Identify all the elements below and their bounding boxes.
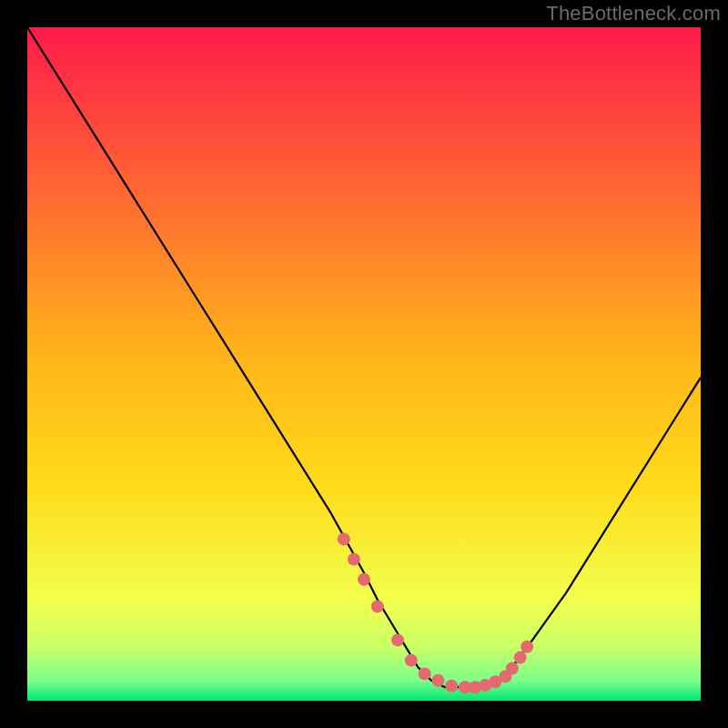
marker-point — [506, 662, 519, 675]
marker-point — [521, 641, 533, 653]
marker-point — [338, 532, 350, 545]
marker-point — [445, 680, 458, 693]
watermark-text: TheBottleneck.com — [546, 2, 721, 25]
marker-point — [514, 652, 527, 664]
marker-point — [391, 633, 404, 646]
marker-point — [371, 600, 384, 612]
marker-point — [405, 654, 418, 667]
marker-point — [348, 553, 360, 566]
marker-point — [419, 667, 431, 680]
marker-point — [358, 573, 370, 586]
gradient-background — [27, 27, 701, 701]
plot-area — [27, 27, 701, 701]
plot-svg — [27, 27, 701, 701]
chart-frame: TheBottleneck.com — [0, 0, 728, 728]
marker-point — [431, 674, 444, 687]
